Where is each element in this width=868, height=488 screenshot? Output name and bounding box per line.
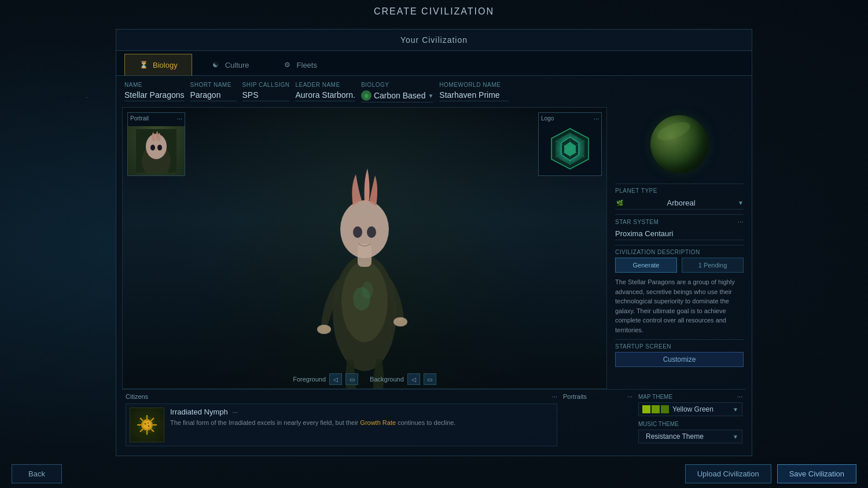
planet-type-dropdown[interactable]: 🌿 Arboreal ▼ <box>615 196 744 210</box>
citizen-icon <box>130 408 164 442</box>
citizen-name-row: Irradiated Nymph ··· <box>170 408 553 416</box>
citizens-label: Citizens <box>126 393 148 400</box>
map-theme-value[interactable]: Yellow Green ▼ <box>638 402 742 416</box>
map-theme-arrow: ▼ <box>733 406 738 413</box>
music-theme-label: Music Theme <box>638 421 742 427</box>
citizen-info: Irradiated Nymph ··· The final form of t… <box>170 408 553 442</box>
ship-callsign-value[interactable]: SPS <box>242 89 290 101</box>
portrait-dots-menu[interactable]: ··· <box>177 115 182 122</box>
background-btn-1[interactable]: ◁ <box>407 373 420 385</box>
star-system-label: Star System <box>615 219 659 225</box>
citizen-dots[interactable]: ··· <box>233 409 238 416</box>
logo-image <box>541 124 599 173</box>
tab-biology[interactable]: ⏳ Biology <box>124 54 192 76</box>
tabs-bar: ⏳ Biology ☯ Culture ⚙ Fleets <box>116 51 752 76</box>
name-field-group: Name Stellar Paragons <box>124 82 185 102</box>
alien-character <box>295 151 434 388</box>
star-system-section: Star System ··· Proxima Centauri <box>615 214 744 240</box>
biology-type-icon: ⊕ <box>361 90 372 101</box>
svg-point-35 <box>148 425 150 427</box>
save-button[interactable]: Save Civilization <box>777 464 856 483</box>
main-panel: Name Stellar Paragons Short Name Paragon… <box>116 76 752 456</box>
map-theme-label: Map Theme <box>638 394 672 400</box>
map-theme-header: Map Theme ··· <box>638 393 742 400</box>
biology-value: Carbon Based <box>374 91 426 100</box>
logo-dots-menu[interactable]: ··· <box>594 115 599 122</box>
page-title-bar: Create Civilization <box>0 0 868 23</box>
svg-point-36 <box>148 423 149 424</box>
music-theme-value[interactable]: Resistance Theme ▼ <box>638 430 742 443</box>
foreground-btn-2[interactable]: ▭ <box>345 373 358 385</box>
background-btn-2[interactable]: ▭ <box>424 373 436 385</box>
svg-point-6 <box>317 325 331 334</box>
name-label: Name <box>124 82 185 88</box>
ship-callsign-label: Ship Callsign <box>242 82 290 88</box>
planet-type-value: Arboreal <box>667 199 695 207</box>
map-theme-dots[interactable]: ··· <box>737 393 742 400</box>
svg-point-4 <box>353 226 362 238</box>
svg-point-9 <box>362 281 373 299</box>
logo-thumbnail[interactable]: Logo ··· <box>538 112 602 176</box>
civ-desc-controls: Generate 1 Pending <box>615 258 744 273</box>
map-theme-row: Map Theme ··· Yellow Green ▼ <box>638 393 742 416</box>
customize-button[interactable]: Customize <box>615 352 744 367</box>
map-theme-colors <box>642 405 669 413</box>
leader-name-field-group: Leader Name Aurora Starborn. <box>295 82 355 102</box>
biology-dropdown[interactable]: ⊕ Carbon Based ▼ <box>361 89 433 102</box>
citizen-description: The final form of the Irradiated excels … <box>170 419 553 427</box>
display-controls: Foreground ◁ ▭ Background ◁ ▭ <box>123 373 606 385</box>
action-buttons: Upload Civilization Save Civilization <box>685 464 856 483</box>
generate-button[interactable]: Generate <box>615 258 677 273</box>
tab-biology-label: Biology <box>153 61 178 69</box>
background-controls: Background ◁ ▭ <box>370 373 436 385</box>
svg-point-13 <box>150 145 155 151</box>
civ-desc-section: Civilization Description Generate 1 Pend… <box>615 245 744 335</box>
star-system-value[interactable]: Proxima Centauri <box>615 228 744 240</box>
bottom-panel: Citizens ··· <box>122 389 746 450</box>
homeworld-label: Homeworld Name <box>439 82 509 88</box>
planet-display <box>615 109 744 179</box>
tab-culture[interactable]: ☯ Culture <box>197 54 264 76</box>
svg-point-14 <box>157 145 162 151</box>
portraits-header: Portraits ··· <box>563 393 632 400</box>
biology-field-group: Biology ⊕ Carbon Based ▼ <box>361 82 433 102</box>
portraits-dots[interactable]: ··· <box>627 393 632 400</box>
citizens-dots[interactable]: ··· <box>552 393 557 400</box>
leader-name-value[interactable]: Aurora Starborn. <box>295 89 355 101</box>
culture-icon: ☯ <box>211 60 220 69</box>
startup-screen-section: Startup Screen Customize <box>615 339 744 367</box>
star-system-dots[interactable]: ··· <box>737 218 744 225</box>
citizen-desc-after: continues to decline. <box>396 419 455 426</box>
startup-screen-label: Startup Screen <box>615 343 671 350</box>
short-name-field-group: Short Name Paragon <box>190 82 237 102</box>
dialog-header: Your Civilization <box>116 30 752 51</box>
star-system-label-row: Star System ··· <box>615 218 744 225</box>
biology-label: Biology <box>361 82 433 88</box>
citizen-desc-before: The final form of the Irradiated excels … <box>170 419 360 426</box>
short-name-value[interactable]: Paragon <box>190 89 237 101</box>
portrait-thumbnail[interactable]: Portrait ··· <box>127 112 185 176</box>
svg-point-34 <box>145 423 146 425</box>
back-button[interactable]: Back <box>12 464 62 483</box>
citizens-section: Citizens ··· <box>126 393 557 446</box>
citizens-header: Citizens ··· <box>126 393 557 400</box>
portrait-thumb-image <box>128 126 185 175</box>
ship-callsign-field-group: Ship Callsign SPS <box>242 82 290 102</box>
name-value[interactable]: Stellar Paragons <box>124 89 185 101</box>
upload-button[interactable]: Upload Civilization <box>685 464 771 483</box>
planet-type-section: Planet Type 🌿 Arboreal ▼ <box>615 184 744 210</box>
background-label: Background <box>370 376 404 383</box>
pending-button: 1 Pending <box>682 258 744 273</box>
tab-culture-label: Culture <box>225 61 249 69</box>
foreground-label: Foreground <box>293 376 326 383</box>
citizen-card: Irradiated Nymph ··· The final form of t… <box>126 403 557 446</box>
homeworld-field-group: Homeworld Name Starhaven Prime <box>439 82 509 102</box>
planet-type-label: Planet Type <box>615 188 744 194</box>
foreground-btn-1[interactable]: ◁ <box>329 373 342 385</box>
tab-fleets[interactable]: ⚙ Fleets <box>269 54 332 76</box>
map-theme-text: Yellow Green <box>669 405 733 413</box>
homeworld-value[interactable]: Starhaven Prime <box>439 89 509 101</box>
theme-section: Map Theme ··· Yellow Green ▼ <box>638 393 742 446</box>
planet-type-arrow: ▼ <box>738 200 744 206</box>
tab-fleets-label: Fleets <box>297 61 317 69</box>
